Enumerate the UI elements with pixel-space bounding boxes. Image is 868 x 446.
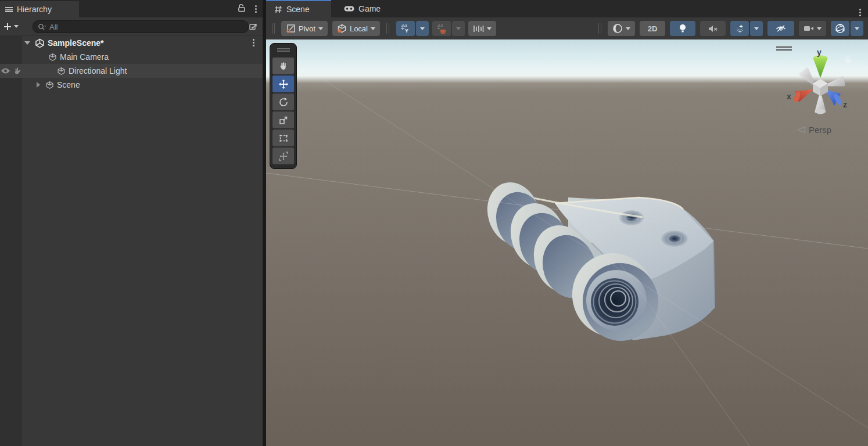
grid-y-icon: Y [400,24,410,34]
tree-item-main-camera[interactable]: Main Camera [0,50,263,64]
chevron-down-icon [855,27,859,30]
hierarchy-list-icon [5,7,13,12]
grid-visibility-toggle[interactable]: Y [396,21,415,36]
effects-star-icon [735,24,745,34]
gizmos-toggle[interactable] [831,21,849,36]
snap-to-grid-dropdown[interactable] [452,21,465,36]
persp-cone-icon [797,126,806,134]
effects-dropdown[interactable] [750,21,763,36]
pickability-hand-icon[interactable] [13,67,21,75]
shading-mode-dropdown[interactable] [608,21,635,36]
scene-3d-render [266,39,868,446]
grid-snap-magnet-icon [436,24,446,34]
eye-hidden-icon [775,24,787,33]
search-input[interactable]: All [33,20,249,33]
rect-tool-button[interactable] [272,130,294,146]
move-tool-button[interactable] [272,75,294,92]
rotate-tool-icon [278,97,289,107]
grid-visibility-dropdown[interactable] [416,21,429,36]
svg-text:Y: Y [405,28,408,34]
hierarchy-menu-icon[interactable] [255,8,257,10]
scene-root-row[interactable]: SampleScene* [0,36,263,50]
game-tab-label: Game [358,4,381,13]
tree-item-scene[interactable]: Scene [0,78,263,92]
chevron-down-icon[interactable] [24,41,30,45]
chevron-down-icon [456,27,461,30]
toolbar-drag-handle[interactable] [601,23,601,34]
gameobject-cube-icon [48,53,57,62]
transform-tool-button[interactable] [272,148,294,164]
gameobject-cube-icon [45,81,54,89]
axis-z-cone[interactable] [826,90,843,106]
chevron-down-icon [487,27,492,30]
2d-mode-toggle[interactable]: 2D [640,21,665,36]
gameobject-cube-icon [57,67,66,75]
view-hand-tool-button[interactable] [272,57,294,74]
scene-tabbar: Scene Game [266,0,868,17]
gizmo-lock-icon[interactable] [844,55,853,64]
scale-tool-button[interactable] [272,112,294,128]
toolbar-drag-handle[interactable] [274,23,275,34]
hierarchy-toolbar: All [0,17,263,36]
camera-settings-dropdown[interactable] [799,21,826,36]
axis-x-cone[interactable] [793,89,813,103]
tree-item-directional-light[interactable]: Directional Light [0,64,263,78]
tools-overlay-drag-handle[interactable] [272,48,294,56]
audio-mute-toggle[interactable] [700,21,726,36]
camera-icon [804,25,814,32]
scene-lighting-toggle[interactable] [670,21,695,36]
persp-label: Persp [809,125,831,135]
search-popout-button[interactable] [246,20,261,34]
scene-tab-label: Scene [286,5,310,14]
scale-tool-icon [278,115,289,125]
hierarchy-tab-label: Hierarchy [17,5,52,14]
toolbar-drag-handle[interactable] [272,23,272,34]
pivot-mode-dropdown[interactable]: Pivot [281,21,328,36]
add-object-button[interactable] [0,20,22,34]
scene-grid-icon [274,5,282,13]
axis-y-label: y [817,49,822,57]
snap-to-grid-toggle[interactable] [432,21,451,36]
scene-visibility-toggle[interactable] [767,21,794,36]
hierarchy-panel: Hierarchy All [0,0,263,446]
tree-item-label: Scene [57,80,80,89]
toolbar-drag-handle[interactable] [598,23,599,34]
tree-item-label: Directional Light [69,66,127,75]
speaker-muted-icon [708,24,718,33]
snap-increment-ruler-icon [473,24,484,33]
chevron-right-icon[interactable] [37,82,40,88]
hierarchy-tree: SampleScene* Main Camera Directional Lig… [0,36,263,446]
tab-game[interactable]: Game [336,0,389,17]
local-label: Local [350,24,368,33]
snap-increment-dropdown[interactable] [468,21,496,36]
projection-mode-button[interactable]: Persp [797,125,831,135]
toolbar-drag-handle[interactable] [386,23,387,34]
rotate-tool-button[interactable] [272,93,294,110]
scene-viewport[interactable]: y x z Persp [266,39,868,446]
pivot-label: Pivot [299,24,315,33]
search-icon [38,23,46,31]
2d-label: 2D [648,24,658,33]
chevron-down-icon [420,27,425,30]
gizmo-center-cube[interactable] [813,79,828,96]
chevron-down-icon [817,27,822,30]
lightbulb-icon [679,24,687,34]
gizmos-dropdown[interactable] [851,21,863,36]
visibility-eye-icon[interactable] [1,67,10,74]
move-tool-icon [278,79,289,89]
scene-toolbar: Pivot Local Y [266,17,868,39]
handle-rotation-dropdown[interactable]: Local [332,21,380,36]
add-object-caret-icon [14,25,19,28]
tab-scene[interactable]: Scene [266,0,331,17]
toolbar-drag-handle[interactable] [389,23,389,34]
pivot-icon [286,24,296,34]
scene-root-menu-icon[interactable] [253,42,254,44]
axis-z-label: z [843,100,847,109]
axis-x-label: x [787,92,791,101]
axis-y-cone[interactable] [813,56,828,78]
tree-item-label: Main Camera [60,52,109,62]
unlock-icon[interactable] [238,3,246,15]
scene-tab-menu-icon[interactable] [859,12,861,13]
tab-hierarchy[interactable]: Hierarchy [0,1,79,17]
effects-toggle[interactable] [730,21,749,36]
